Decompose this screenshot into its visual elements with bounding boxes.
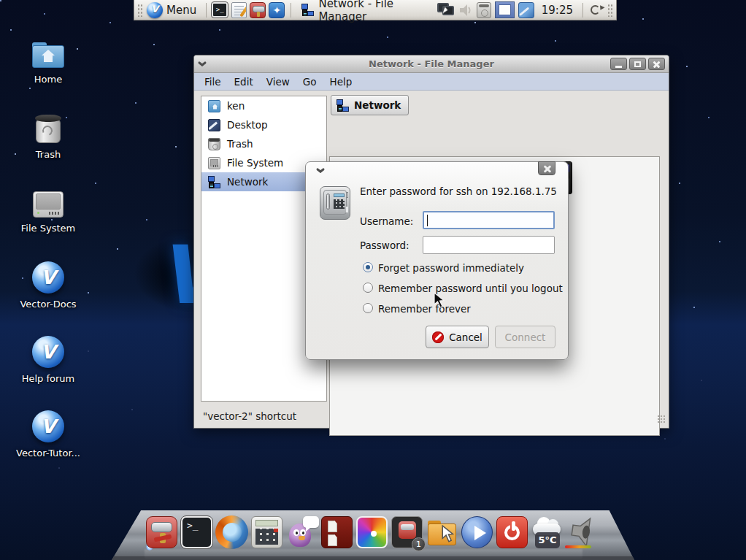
menu-help[interactable]: Help <box>323 74 359 90</box>
terminal-icon: >_ <box>212 2 228 18</box>
trash-can-icon <box>34 115 62 144</box>
panel-grip-right[interactable] <box>607 4 613 17</box>
radio-label[interactable]: Remember password until you logout <box>378 283 563 294</box>
window-count-badge: 1 <box>412 537 426 551</box>
speaker-icon <box>566 515 599 548</box>
password-field[interactable] <box>423 236 555 254</box>
menu-label: Menu <box>166 4 196 17</box>
dock-terminal[interactable] <box>180 515 214 550</box>
taskbar-item-label: Network - File Manager <box>318 0 428 23</box>
path-button-network[interactable]: Network <box>331 95 409 115</box>
trash-icon <box>208 138 220 150</box>
text-editor-icon <box>231 2 247 18</box>
power-icon <box>496 516 528 548</box>
radio-label[interactable]: Forget password immediately <box>378 262 524 274</box>
menu-edit[interactable]: Edit <box>228 74 260 90</box>
launcher-text-editor[interactable] <box>231 1 247 19</box>
dock-package-manager[interactable] <box>145 515 179 550</box>
desktop-icon <box>208 119 220 131</box>
username-label: Username: <box>360 215 413 227</box>
dock-pidgin[interactable] <box>285 515 319 550</box>
taskbar-item-file-manager[interactable]: Network - File Manager <box>296 0 434 25</box>
vector-orb-icon <box>32 261 64 294</box>
dock-shutdown[interactable] <box>495 515 529 550</box>
radio-remember-forever[interactable] <box>363 303 373 313</box>
connect-button-disabled[interactable]: Connect <box>495 326 555 348</box>
desktop-icon-label: Trash <box>36 149 61 160</box>
radio-remember-until-logout[interactable] <box>363 283 373 293</box>
desktop-icon-label: File System <box>21 223 75 234</box>
menu-button[interactable]: Menu <box>145 1 201 19</box>
desktop-icon-file-system[interactable]: File System <box>6 185 91 260</box>
window-titlebar[interactable]: Network - File Manager <box>194 55 669 73</box>
package-manager-icon <box>250 2 266 18</box>
dialog-close-button[interactable] <box>538 161 555 175</box>
dialog-message: Enter password for ssh on 192.168.1.75 <box>360 185 557 197</box>
vector-orb-icon <box>32 410 64 442</box>
desktop-icon-vector-docs[interactable]: Vector-Docs <box>6 260 91 334</box>
close-button[interactable] <box>648 58 665 70</box>
window-title: Network - File Manager <box>194 58 669 69</box>
desktop-icon-trash[interactable]: Trash <box>6 111 91 185</box>
mouse-cursor <box>434 292 448 310</box>
pinwheel-icon <box>356 516 388 548</box>
network-icon <box>337 99 349 112</box>
dock-file-archiver[interactable] <box>320 515 354 550</box>
dock-image-viewer[interactable] <box>355 515 389 550</box>
network-icon <box>208 176 220 188</box>
volume-icon[interactable] <box>458 3 473 18</box>
panel-separator <box>582 3 583 18</box>
workspace-switcher[interactable] <box>495 1 515 18</box>
minimize-button[interactable] <box>610 58 627 70</box>
panel-grip-left[interactable] <box>137 4 142 17</box>
play-icon <box>461 516 493 548</box>
desktop-icon-label: Vector-Tutor... <box>16 448 80 459</box>
dock-firefox[interactable] <box>215 515 249 550</box>
workspace-1[interactable] <box>499 5 510 15</box>
trash-icon[interactable] <box>477 2 491 18</box>
cancel-icon <box>432 331 444 343</box>
sidebar-item-trash[interactable]: Trash <box>201 134 326 153</box>
dock-minimized-window[interactable]: 1 <box>390 515 424 550</box>
radio-label[interactable]: Remember forever <box>378 303 471 315</box>
vector-orb-icon <box>32 336 64 368</box>
menu-go[interactable]: Go <box>296 74 323 90</box>
status-bar: "vector-2" shortcut <box>197 407 666 425</box>
session-refresh-icon[interactable] <box>589 3 604 18</box>
sidebar-item-label: Trash <box>227 138 253 150</box>
dock-media-player[interactable] <box>460 515 494 550</box>
desktop-icon-help-forum[interactable]: Help forum <box>6 334 91 409</box>
cancel-button[interactable]: Cancel <box>426 326 489 348</box>
dialog-shade-icon[interactable] <box>316 168 325 174</box>
username-field[interactable] <box>423 211 555 229</box>
desktop-icon-home[interactable]: Home <box>6 37 91 111</box>
sidebar-item-label: Network <box>227 176 268 188</box>
panel-separator <box>206 3 207 18</box>
menu-view[interactable]: View <box>260 74 296 90</box>
launcher-terminal[interactable]: >_ <box>212 1 228 19</box>
dock: 1 5°C <box>145 512 599 550</box>
launcher-settings[interactable]: ✦ <box>269 1 285 19</box>
auth-safe-icon <box>320 186 350 220</box>
sidebar-item-desktop[interactable]: Desktop <box>201 115 326 134</box>
dock-calculator[interactable] <box>250 515 284 550</box>
radio-forget-immediately[interactable] <box>363 262 373 272</box>
launcher-package-manager[interactable] <box>250 1 266 19</box>
sidebar-item-ken[interactable]: ken <box>201 96 326 115</box>
network-icon <box>301 4 314 16</box>
desktop-icon-vector-tutor[interactable]: Vector-Tutor... <box>6 409 91 483</box>
maximize-button[interactable] <box>629 58 646 70</box>
dock-reflection <box>145 549 582 559</box>
file-archiver-icon <box>321 516 353 548</box>
sidebar-item-label: Desktop <box>227 119 268 131</box>
desktop-settings-icon[interactable] <box>518 2 534 18</box>
clock[interactable]: 19:25 <box>538 4 577 17</box>
displays-icon[interactable] <box>437 2 455 18</box>
dock-volume[interactable] <box>565 515 599 550</box>
desktop-icon-column: Home Trash File System Vector-Docs Help … <box>6 37 91 483</box>
dock-weather[interactable]: 5°C <box>530 515 564 550</box>
resize-grip[interactable] <box>657 415 666 423</box>
menubar: File Edit View Go Help <box>194 73 669 91</box>
dock-file-manager[interactable] <box>425 515 459 550</box>
menu-file[interactable]: File <box>198 74 228 90</box>
